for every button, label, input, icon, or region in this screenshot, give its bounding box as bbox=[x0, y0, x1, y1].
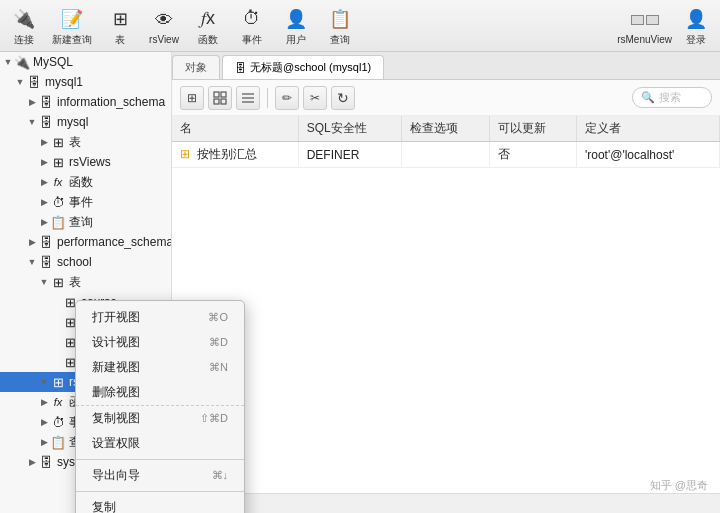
cell-name: ⊞ 按性别汇总 bbox=[172, 142, 298, 168]
ctx-item-4[interactable]: 复制视图⇧⌘D bbox=[76, 406, 244, 431]
col-name: 名 bbox=[172, 116, 298, 142]
user-icon: 👤 bbox=[282, 5, 310, 33]
search-icon: 🔍 bbox=[641, 91, 655, 104]
connect-icon: 🔌 bbox=[10, 5, 38, 33]
cell-definer: 'root'@'localhost' bbox=[576, 142, 719, 168]
sidebar-item-school-tables[interactable]: ▼ ⊞ 表 bbox=[0, 272, 171, 292]
new-query-button[interactable]: 📝 新建查询 bbox=[52, 5, 92, 47]
arrow-icon: ▼ bbox=[26, 116, 38, 128]
sidebar-item-mysql1[interactable]: ▼ 🗄 mysql1 bbox=[0, 72, 171, 92]
sidebar-item-mysql-tables[interactable]: ▶ ⊞ 表 bbox=[0, 132, 171, 152]
arrow-icon: ▶ bbox=[38, 416, 50, 428]
login-icon: 👤 bbox=[682, 5, 710, 33]
ctx-item-label-1: 设计视图 bbox=[92, 334, 140, 351]
ctx-item-shortcut-4: ⇧⌘D bbox=[200, 412, 228, 425]
refresh-button[interactable]: ↻ bbox=[331, 86, 355, 110]
ctx-separator-6 bbox=[76, 459, 244, 460]
sidebar-item-mysql-root[interactable]: ▼ 🔌 MySQL bbox=[0, 52, 171, 72]
arrow-icon: ▶ bbox=[38, 156, 50, 168]
query-icon: 📋 bbox=[50, 434, 66, 450]
cell-check-option bbox=[402, 142, 489, 168]
table-row[interactable]: ⊞ 按性别汇总 DEFINER 否 'root'@'localhost' bbox=[172, 142, 720, 168]
sidebar-item-performance_schema[interactable]: ▶ 🗄 performance_schema bbox=[0, 232, 171, 252]
view-row-icon: ⊞ bbox=[180, 147, 190, 161]
svg-rect-1 bbox=[221, 92, 226, 97]
grid-view-button[interactable] bbox=[208, 86, 232, 110]
col-check-option: 检查选项 bbox=[402, 116, 489, 142]
user-button[interactable]: 👤 用户 bbox=[280, 5, 312, 47]
delete-button[interactable]: ✂ bbox=[303, 86, 327, 110]
db-small-icon: 🗄 bbox=[235, 62, 246, 74]
query-icon: 📋 bbox=[326, 5, 354, 33]
arrow-icon: ▶ bbox=[26, 456, 38, 468]
arrow-icon: ▼ bbox=[38, 376, 50, 388]
ctx-item-label-3: 删除视图 bbox=[92, 384, 140, 401]
sidebar-item-school[interactable]: ▼ 🗄 school bbox=[0, 252, 171, 272]
rsview-button[interactable]: 👁 rsView bbox=[148, 6, 180, 45]
list-view-button[interactable] bbox=[236, 86, 260, 110]
func-icon: fx bbox=[50, 174, 66, 190]
ctx-item-1[interactable]: 设计视图⌘D bbox=[76, 330, 244, 355]
arrow-icon: ▼ bbox=[14, 76, 26, 88]
ctx-item-label-0: 打开视图 bbox=[92, 309, 140, 326]
db-icon: 🗄 bbox=[38, 454, 54, 470]
ctx-item-shortcut-0: ⌘O bbox=[208, 311, 228, 324]
ctx-item-label-5: 设置权限 bbox=[92, 435, 140, 452]
func-button[interactable]: 𝑓x 函数 bbox=[192, 5, 224, 47]
search-box[interactable]: 🔍 搜索 bbox=[632, 87, 712, 108]
new-query-icon: 📝 bbox=[58, 5, 86, 33]
menu-view-button[interactable]: rsMenuView bbox=[617, 6, 672, 45]
sidebar-item-information_schema[interactable]: ▶ 🗄 information_schema bbox=[0, 92, 171, 112]
query-icon: 📋 bbox=[50, 214, 66, 230]
table-button[interactable]: ⊞ 表 bbox=[104, 5, 136, 47]
db-icon: 🔌 bbox=[14, 54, 30, 70]
edit-button[interactable]: ✏ bbox=[275, 86, 299, 110]
ctx-item-0[interactable]: 打开视图⌘O bbox=[76, 305, 244, 330]
sidebar-item-mysql-db[interactable]: ▼ 🗄 mysql bbox=[0, 112, 171, 132]
query-button[interactable]: 📋 查询 bbox=[324, 5, 356, 47]
search-placeholder: 搜索 bbox=[659, 90, 681, 105]
ctx-item-label-9: 复制 bbox=[92, 499, 116, 513]
connect-button[interactable]: 🔌 连接 bbox=[8, 5, 40, 47]
event-icon: ⏱ bbox=[50, 414, 66, 430]
sidebar-item-mysql-queries[interactable]: ▶ 📋 查询 bbox=[0, 212, 171, 232]
cell-updatable: 否 bbox=[489, 142, 576, 168]
sidebar-item-mysql-events[interactable]: ▶ ⏱ 事件 bbox=[0, 192, 171, 212]
context-menu: 打开视图⌘O设计视图⌘D新建视图⌘N删除视图复制视图⇧⌘D设置权限导出向导⌘↓复… bbox=[75, 300, 245, 513]
arrow-icon: ▼ bbox=[26, 256, 38, 268]
arrow-icon: ▼ bbox=[38, 276, 50, 288]
main-toolbar: 🔌 连接 📝 新建查询 ⊞ 表 👁 rsView 𝑓x 函数 ⏱ 事件 👤 用户… bbox=[0, 0, 720, 52]
obj-toolbar: ⊞ ✏ ✂ ↻ 🔍 bbox=[172, 80, 720, 116]
col-definer: 定义者 bbox=[576, 116, 719, 142]
ctx-item-5[interactable]: 设置权限 bbox=[76, 431, 244, 456]
svg-rect-3 bbox=[221, 99, 226, 104]
tab-untitled[interactable]: 🗄 无标题@school (mysql1) bbox=[222, 55, 384, 79]
arrow-icon: ▶ bbox=[38, 396, 50, 408]
db-icon: 🗄 bbox=[38, 254, 54, 270]
ctx-item-7[interactable]: 导出向导⌘↓ bbox=[76, 463, 244, 488]
func-icon: fx bbox=[50, 394, 66, 410]
ctx-item-shortcut-2: ⌘N bbox=[209, 361, 228, 374]
watermark: 知乎 @思奇 bbox=[650, 478, 708, 493]
tab-objects[interactable]: 对象 bbox=[172, 55, 220, 79]
sidebar-item-mysql-funcs[interactable]: ▶ fx 函数 bbox=[0, 172, 171, 192]
arrow-icon: ▶ bbox=[26, 96, 38, 108]
tab-objects-label: 对象 bbox=[185, 60, 207, 75]
toolbar-right: rsMenuView 👤 登录 bbox=[617, 5, 712, 47]
ctx-item-label-2: 新建视图 bbox=[92, 359, 140, 376]
content-area: 对象 🗄 无标题@school (mysql1) ⊞ bbox=[172, 52, 720, 513]
ctx-item-3[interactable]: 删除视图 bbox=[76, 380, 244, 406]
event-icon: ⏱ bbox=[238, 5, 266, 33]
ctx-item-9[interactable]: 复制 bbox=[76, 495, 244, 513]
sidebar-item-mysql-rsviews[interactable]: ▶ ⊞ rsViews bbox=[0, 152, 171, 172]
login-button[interactable]: 👤 登录 bbox=[680, 5, 712, 47]
table-icon: ⊞ bbox=[106, 5, 134, 33]
event-button[interactable]: ⏱ 事件 bbox=[236, 5, 268, 47]
svg-rect-2 bbox=[214, 99, 219, 104]
ctx-item-shortcut-1: ⌘D bbox=[209, 336, 228, 349]
table-icon: ⊞ bbox=[50, 274, 66, 290]
view-icon: ⊞ bbox=[50, 374, 66, 390]
ctx-item-2[interactable]: 新建视图⌘N bbox=[76, 355, 244, 380]
add-view-button[interactable]: ⊞ bbox=[180, 86, 204, 110]
toolbar-divider bbox=[267, 88, 268, 108]
